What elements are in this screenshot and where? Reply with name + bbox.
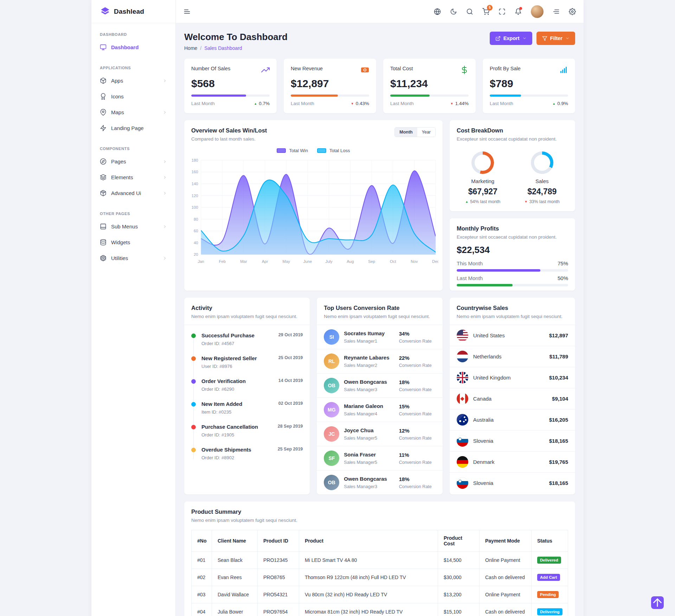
cell-product: Micromax 81cm (32 inch) HD Ready LED TV bbox=[299, 603, 438, 616]
sidebar-item[interactable]: Elements bbox=[91, 169, 175, 185]
top-users-list: SI Socrates Itumay Sales Manager1 34% Co… bbox=[317, 325, 442, 494]
filter-button[interactable]: Filter bbox=[536, 32, 575, 45]
chevron-right-icon bbox=[163, 79, 167, 83]
sidebar-item[interactable]: Widgets bbox=[91, 234, 175, 250]
topbar-icon[interactable] bbox=[450, 8, 457, 15]
stat-delta: ▲0.7% bbox=[254, 101, 270, 106]
top-users-card: Top Users Conversion Rate Nemo enim ipsa… bbox=[317, 298, 442, 494]
country-flag-icon bbox=[457, 456, 468, 468]
user-role: Sales Manager3 bbox=[344, 484, 394, 489]
legend-total-win[interactable]: Total Win bbox=[277, 148, 308, 153]
activity-item-title: Order Verification bbox=[201, 378, 246, 384]
sidebar-item-icon bbox=[100, 223, 107, 230]
svg-text:20: 20 bbox=[194, 252, 198, 257]
topbar-icon[interactable] bbox=[553, 8, 560, 15]
stat-icon bbox=[460, 66, 469, 74]
country-name: Australia bbox=[473, 417, 494, 423]
trend-arrow-icon: ▲ bbox=[552, 102, 555, 105]
svg-text:80: 80 bbox=[194, 217, 198, 221]
menu-icon[interactable] bbox=[184, 8, 191, 15]
stat-icon bbox=[560, 66, 568, 74]
stat-progress bbox=[291, 95, 369, 97]
stat-card: Number Of Sales $568 Last Month ▲0.7% bbox=[184, 59, 277, 113]
col-client: Client Name bbox=[212, 530, 258, 552]
brand-logo[interactable]: Dashlead bbox=[91, 0, 175, 23]
country-flag-icon bbox=[457, 372, 468, 383]
export-label: Export bbox=[503, 35, 520, 41]
chevron-right-icon bbox=[163, 175, 167, 180]
stat-progress bbox=[191, 95, 270, 97]
country-sales-amount: $18,165 bbox=[549, 438, 568, 444]
country-sales-amount: $9,104 bbox=[552, 396, 568, 402]
activity-item: New Registered Seller User ID: #8976 25 … bbox=[191, 351, 303, 374]
activity-item: Overdue Shipments Order ID: #8902 25 Sep… bbox=[191, 442, 303, 465]
sidebar-item[interactable]: Apps bbox=[91, 73, 175, 89]
profit-bar-pct: 50% bbox=[558, 275, 568, 281]
countrywise-subtitle: Nemo enim ipsam voluptatem fugit sequi n… bbox=[457, 314, 568, 319]
breadcrumb-home[interactable]: Home bbox=[184, 45, 197, 51]
sidebar-item[interactable]: Icons bbox=[91, 89, 175, 104]
sidebar-item[interactable]: Maps bbox=[91, 104, 175, 120]
country-flag-icon bbox=[457, 351, 468, 362]
activity-item-id: Order ID: #6290 bbox=[201, 387, 246, 392]
sidebar-item[interactable]: Sub Menus bbox=[91, 219, 175, 234]
scroll-to-top-button[interactable] bbox=[651, 596, 664, 609]
toggle-month[interactable]: Month bbox=[395, 128, 417, 137]
sidebar-item[interactable]: Advanced Ui bbox=[91, 185, 175, 201]
stat-period: Last Month bbox=[490, 101, 513, 106]
sidebar: Dashlead DASHBOARD Dashboard APPLICATION… bbox=[91, 0, 176, 616]
export-button[interactable]: Export bbox=[490, 32, 532, 45]
cell-product: Thomson R9 122cm (48 inch) Full HD LED T… bbox=[299, 569, 438, 586]
avatar: RL bbox=[324, 354, 339, 369]
sidebar-item[interactable]: Landing Page bbox=[91, 120, 175, 136]
svg-text:Jan: Jan bbox=[198, 259, 204, 264]
activity-item-title: Overdue Shipments bbox=[201, 447, 251, 453]
toggle-year[interactable]: Year bbox=[417, 128, 435, 137]
stat-period: Last Month bbox=[390, 101, 414, 106]
sidebar-section-other-pages: OTHER PAGES Sub Menus Widgets bbox=[91, 202, 175, 267]
sidebar-item[interactable]: Pages bbox=[91, 154, 175, 169]
filter-label: Filter bbox=[550, 35, 562, 41]
svg-text:Feb: Feb bbox=[219, 259, 226, 264]
cell-product: Mi LED Smart TV 4A 80 bbox=[299, 552, 438, 569]
topbar-icon[interactable] bbox=[515, 8, 522, 15]
sidebar-item-label: Dashboard bbox=[111, 44, 139, 50]
topbar-icon[interactable] bbox=[569, 8, 576, 15]
country-name: Canada bbox=[473, 396, 492, 402]
chevron-right-icon bbox=[163, 110, 167, 115]
chevron-right-icon bbox=[163, 225, 167, 229]
sidebar-item[interactable]: Dashboard bbox=[91, 39, 175, 55]
legend-total-loss[interactable]: Total Loss bbox=[317, 148, 350, 153]
stat-label: Total Cost bbox=[390, 66, 413, 71]
user-role: Sales Manager5 bbox=[344, 435, 394, 441]
user-avatar[interactable] bbox=[531, 5, 544, 18]
country-name: United Kingdom bbox=[473, 375, 511, 381]
cost-breakdown-card: Cost BreakDown Excepteur sint occaecat c… bbox=[450, 120, 575, 211]
sidebar-item-icon bbox=[100, 174, 107, 181]
cell-payment-mode: Cash on delivered bbox=[480, 569, 532, 586]
sidebar-item[interactable]: Utilities bbox=[91, 250, 175, 266]
country-sales-amount: $18,165 bbox=[549, 480, 568, 486]
stat-label: Number Of Sales bbox=[191, 66, 230, 71]
cost-breakdown-title: Cost BreakDown bbox=[457, 127, 568, 134]
svg-text:May: May bbox=[283, 259, 290, 264]
cost-breakdown-subtitle: Excepteur sint occaecat cupidatat non pr… bbox=[457, 136, 568, 142]
topbar-icon[interactable] bbox=[434, 8, 441, 15]
countrywise-title: Countrywise Sales bbox=[457, 305, 568, 311]
user-role: Sales Manager3 bbox=[344, 387, 394, 392]
col-no: #No bbox=[192, 530, 212, 552]
chevron-down-icon bbox=[522, 36, 527, 40]
svg-text:Mar: Mar bbox=[240, 259, 247, 264]
profit-progress bbox=[457, 284, 568, 286]
legend-swatch-loss bbox=[317, 148, 326, 153]
cost-breakdown-donuts: Marketing $67,927 ▲54% last month Sales … bbox=[450, 146, 575, 211]
donut-block: Marketing $67,927 ▲54% last month bbox=[453, 151, 513, 204]
topbar-icon[interactable] bbox=[499, 8, 506, 15]
country-row: Denmark $19,765 bbox=[450, 452, 575, 473]
stat-period: Last Month bbox=[291, 101, 314, 106]
topbar-icon[interactable] bbox=[466, 8, 473, 15]
topbar-icon[interactable]: 5 bbox=[482, 8, 489, 15]
cell-product-id: PRO8765 bbox=[258, 569, 299, 586]
activity-dot bbox=[191, 333, 196, 338]
chevron-right-icon bbox=[163, 191, 167, 195]
